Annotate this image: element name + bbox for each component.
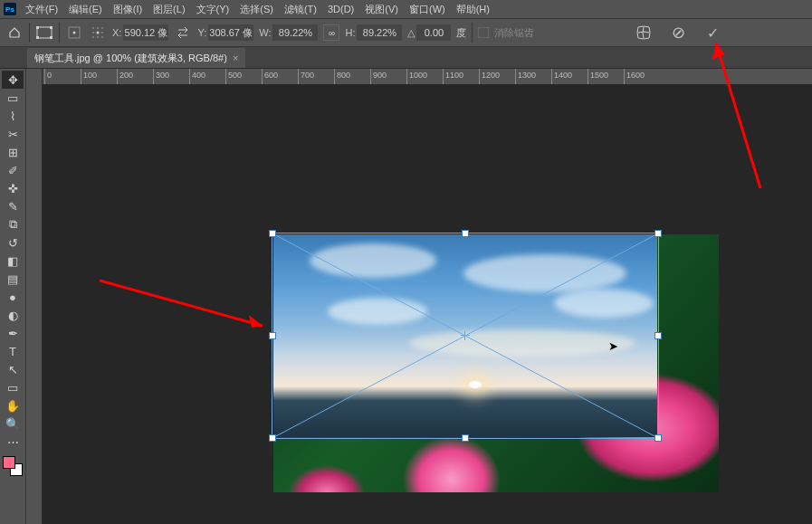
sun-glow xyxy=(469,381,482,388)
warp-mode-icon[interactable] xyxy=(635,24,653,42)
menu-edit[interactable]: 编辑(E) xyxy=(65,1,106,18)
antialias-checkbox[interactable] xyxy=(478,27,489,38)
x-input[interactable] xyxy=(123,24,168,41)
blur-tool[interactable]: ● xyxy=(2,288,24,306)
cloud-shape xyxy=(409,329,635,357)
gradient-tool[interactable]: ▤ xyxy=(2,270,24,288)
menu-3d[interactable]: 3D(D) xyxy=(324,2,358,16)
angle-input[interactable] xyxy=(416,24,451,41)
menu-bar: Ps 文件(F) 编辑(E) 图像(I) 图层(L) 文字(Y) 选择(S) 滤… xyxy=(0,0,812,18)
link-wh-button[interactable]: ∞ xyxy=(323,24,339,41)
move-tool[interactable]: ✥ xyxy=(2,71,24,89)
menu-type[interactable]: 文字(Y) xyxy=(193,1,234,18)
more-tools[interactable]: ⋯ xyxy=(2,433,24,451)
shape-tool[interactable]: ▭ xyxy=(2,378,24,396)
confirm-transform-button[interactable]: ✓ xyxy=(703,24,721,42)
ruler-tick: 1300 xyxy=(515,69,551,85)
document-tab[interactable]: 钢笔工具.jpg @ 100% (建筑效果3, RGB/8#) × xyxy=(27,48,245,68)
ruler-tick: 1400 xyxy=(551,69,588,85)
cloud-shape xyxy=(328,298,427,325)
separator xyxy=(29,23,30,43)
svg-point-13 xyxy=(92,36,94,38)
antialias-label: 消除锯齿 xyxy=(494,26,534,40)
eyedropper-tool[interactable]: ✐ xyxy=(2,161,24,179)
ruler-tick: 1500 xyxy=(588,69,624,85)
menu-help[interactable]: 帮助(H) xyxy=(453,1,493,18)
type-tool[interactable]: T xyxy=(2,342,24,360)
ruler-tick: 900 xyxy=(370,69,406,85)
color-swatch[interactable] xyxy=(3,456,23,476)
menu-image[interactable]: 图像(I) xyxy=(110,1,146,18)
w-input[interactable] xyxy=(272,24,318,41)
ruler-tick: 0 xyxy=(44,69,81,85)
vertical-ruler[interactable] xyxy=(26,69,43,524)
svg-point-6 xyxy=(73,32,76,34)
sky-layer[interactable] xyxy=(273,234,657,437)
svg-point-10 xyxy=(92,32,94,33)
frame-tool[interactable]: ⊞ xyxy=(2,143,24,161)
svg-rect-3 xyxy=(36,36,39,39)
cancel-transform-button[interactable]: ⊘ xyxy=(669,24,687,42)
transform-icon[interactable] xyxy=(35,24,53,42)
home-icon[interactable] xyxy=(5,24,24,42)
cloud-shape xyxy=(463,254,626,292)
svg-point-14 xyxy=(97,36,99,38)
menu-file[interactable]: 文件(F) xyxy=(22,1,62,18)
h-label: H: xyxy=(345,27,355,38)
cloud-shape xyxy=(554,289,654,318)
zoom-tool[interactable]: 🔍 xyxy=(2,414,24,433)
hand-tool[interactable]: ✋ xyxy=(2,396,24,414)
menu-view[interactable]: 视图(V) xyxy=(361,1,402,18)
clone-tool[interactable]: ⧉ xyxy=(2,215,24,233)
crop-tool[interactable]: ✂ xyxy=(2,125,24,143)
menu-select[interactable]: 选择(S) xyxy=(236,1,277,18)
degree-label: 度 xyxy=(456,26,466,40)
ruler-tick: 1100 xyxy=(443,69,479,85)
menu-layer[interactable]: 图层(L) xyxy=(149,1,188,18)
history-brush-tool[interactable]: ↺ xyxy=(2,233,24,252)
ruler-tick: 600 xyxy=(262,69,298,85)
x-label: X: xyxy=(112,27,121,38)
tab-close-button[interactable]: × xyxy=(233,52,238,63)
y-label: Y: xyxy=(197,27,206,38)
ruler-tick: 1200 xyxy=(479,69,515,85)
swap-xy-icon[interactable] xyxy=(174,24,192,42)
svg-point-7 xyxy=(92,27,94,29)
canvas-area[interactable]: ➤ xyxy=(43,85,812,524)
reference-grid-icon[interactable] xyxy=(89,24,107,42)
y-input[interactable] xyxy=(208,24,253,41)
svg-point-15 xyxy=(101,36,103,38)
svg-point-9 xyxy=(101,27,103,29)
path-select-tool[interactable]: ↖ xyxy=(2,360,24,378)
marquee-tool[interactable]: ▭ xyxy=(2,89,24,107)
toolbox: ✥▭⌇✂⊞✐✜✎⧉↺◧▤●◐✒T↖▭✋🔍⋯ xyxy=(0,69,26,524)
foreground-color-swatch[interactable] xyxy=(3,456,15,469)
ruler-tick: 100 xyxy=(81,69,117,85)
pen-tool[interactable]: ✒ xyxy=(2,324,24,342)
document-tab-bar: 钢笔工具.jpg @ 100% (建筑效果3, RGB/8#) × xyxy=(0,47,812,69)
cursor-icon: ➤ xyxy=(608,339,618,353)
svg-rect-1 xyxy=(36,26,39,29)
svg-rect-0 xyxy=(37,27,52,38)
menu-filter[interactable]: 滤镜(T) xyxy=(281,1,320,18)
ruler-tick: 400 xyxy=(189,69,225,85)
cloud-shape xyxy=(310,243,436,278)
ruler-tick: 1600 xyxy=(624,69,660,85)
brush-tool[interactable]: ✎ xyxy=(2,197,24,215)
reference-point-icon[interactable] xyxy=(65,24,83,42)
svg-rect-4 xyxy=(50,36,53,39)
separator xyxy=(59,23,60,43)
ruler-tick: 700 xyxy=(298,69,334,85)
horizontal-ruler[interactable]: 7008009000100200300400500600700800900100… xyxy=(26,69,812,85)
menu-window[interactable]: 窗口(W) xyxy=(406,1,449,18)
dodge-tool[interactable]: ◐ xyxy=(2,306,24,324)
eraser-tool[interactable]: ◧ xyxy=(2,252,24,270)
lasso-tool[interactable]: ⌇ xyxy=(2,107,24,125)
h-input[interactable] xyxy=(357,24,402,41)
angle-field: △ xyxy=(407,24,451,41)
ruler-tick: 500 xyxy=(225,69,262,85)
ruler-tick: 200 xyxy=(117,69,153,85)
svg-point-8 xyxy=(97,27,99,29)
spot-heal-tool[interactable]: ✜ xyxy=(2,179,24,197)
angle-label: △ xyxy=(407,27,415,39)
